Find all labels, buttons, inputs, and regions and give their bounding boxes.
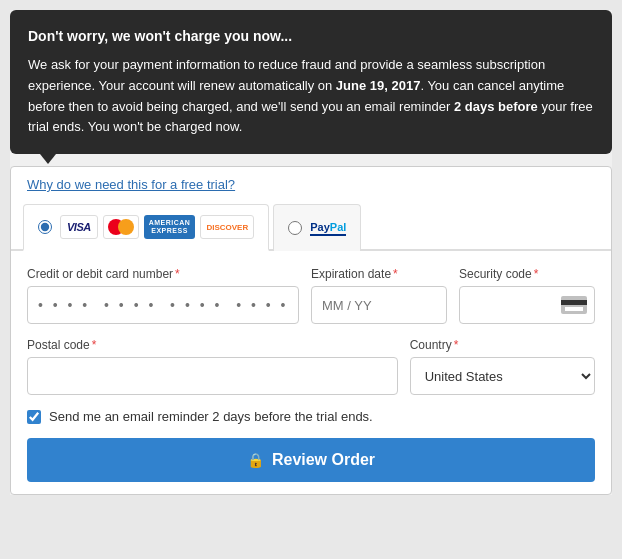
why-link-container: Why do we need this for a free trial? [11, 167, 611, 202]
required-star-exp: * [393, 267, 398, 281]
form-area: Credit or debit card number* Expiration … [11, 251, 611, 494]
security-group: Security code* [459, 267, 595, 324]
country-select[interactable]: United States Canada United Kingdom Aust… [410, 357, 595, 395]
paypal-logo: PayPal [310, 221, 346, 236]
checkbox-row: Send me an email reminder 2 days before … [27, 409, 595, 424]
tab-paypal[interactable]: PayPal [273, 204, 361, 251]
security-label: Security code* [459, 267, 595, 281]
card-logos: VISA AMERICANEXPRESS DISCOVER [60, 215, 254, 239]
country-label: Country* [410, 338, 595, 352]
form-row-2: Postal code* Country* United States Cana… [27, 338, 595, 395]
required-star-postal: * [92, 338, 97, 352]
tooltip-date: June 19, 2017 [336, 78, 421, 93]
required-star-country: * [454, 338, 459, 352]
checkbox-label: Send me an email reminder 2 days before … [49, 409, 373, 424]
paypal-text-pay: Pay [310, 221, 330, 233]
radio-paypal[interactable] [288, 221, 302, 235]
tooltip-title: Don't worry, we won't charge you now... [28, 26, 594, 47]
postal-group: Postal code* [27, 338, 398, 395]
required-star-card: * [175, 267, 180, 281]
card-number-label: Credit or debit card number* [27, 267, 299, 281]
form-row-1: Credit or debit card number* Expiration … [27, 267, 595, 324]
expiration-group: Expiration date* [311, 267, 447, 324]
visa-logo: VISA [60, 215, 98, 239]
lock-icon: 🔒 [247, 452, 264, 468]
card-number-input[interactable] [27, 286, 299, 324]
tab-credit-card[interactable]: VISA AMERICANEXPRESS DISCOVER [23, 204, 269, 251]
tooltip-days: 2 days before [454, 99, 538, 114]
postal-label: Postal code* [27, 338, 398, 352]
amex-logo: AMERICANEXPRESS [144, 215, 196, 239]
review-order-button[interactable]: 🔒 Review Order [27, 438, 595, 482]
paypal-text-pal: Pal [330, 221, 347, 233]
tooltip-body: We ask for your payment information to r… [28, 55, 594, 138]
paypal-underline [310, 234, 346, 236]
payment-tabs: VISA AMERICANEXPRESS DISCOVER [11, 202, 611, 251]
page-container: Don't worry, we won't charge you now... … [10, 10, 612, 495]
payment-card: Why do we need this for a free trial? VI… [10, 166, 612, 495]
mastercard-logo [103, 215, 139, 239]
review-order-label: Review Order [272, 451, 375, 469]
radio-credit-card[interactable] [38, 220, 52, 234]
why-link[interactable]: Why do we need this for a free trial? [27, 177, 235, 192]
reminder-checkbox[interactable] [27, 410, 41, 424]
country-group: Country* United States Canada United Kin… [410, 338, 595, 395]
card-number-group: Credit or debit card number* [27, 267, 299, 324]
postal-input[interactable] [27, 357, 398, 395]
discover-logo: DISCOVER [200, 215, 254, 239]
tooltip-bubble: Don't worry, we won't charge you now... … [10, 10, 612, 154]
required-star-sec: * [534, 267, 539, 281]
expiration-label: Expiration date* [311, 267, 447, 281]
expiration-input[interactable] [311, 286, 447, 324]
card-back-icon [561, 296, 587, 314]
security-input-wrapper [459, 286, 595, 324]
